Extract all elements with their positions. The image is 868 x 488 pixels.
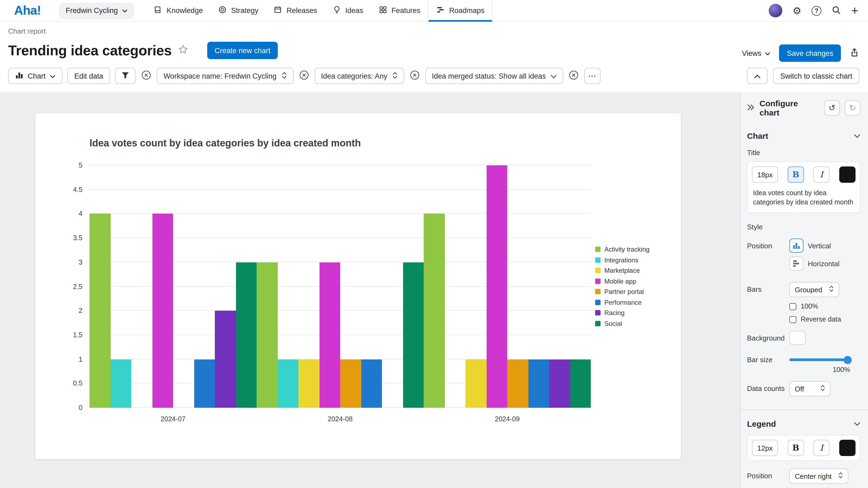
bars-mode-select[interactable]: Grouped bbox=[789, 282, 839, 297]
remove-filter-button[interactable] bbox=[141, 70, 152, 82]
favorite-star-icon[interactable] bbox=[178, 44, 188, 57]
legend-item[interactable]: Integrations bbox=[595, 256, 650, 264]
bar-integrations[interactable] bbox=[111, 359, 131, 408]
title-font-size[interactable]: 18px bbox=[752, 166, 778, 183]
nav-item-features[interactable]: Features bbox=[371, 0, 428, 21]
bar-performance[interactable] bbox=[194, 359, 215, 408]
bar-slot bbox=[236, 165, 257, 408]
chart-type-label: Chart bbox=[28, 72, 45, 80]
legend-bold-button[interactable]: B bbox=[788, 440, 804, 456]
data-counts-select[interactable]: Off bbox=[789, 381, 831, 396]
nav-item-strategy[interactable]: Strategy bbox=[211, 0, 266, 21]
legend-font-size[interactable]: 12px bbox=[752, 440, 778, 456]
undo-button[interactable]: ↺ bbox=[824, 100, 840, 116]
legend-position-select[interactable]: Center right bbox=[789, 468, 848, 484]
chart-type-button[interactable]: Chart bbox=[8, 68, 62, 84]
background-color-swatch[interactable] bbox=[789, 331, 806, 345]
chart-section-header[interactable]: Chart bbox=[747, 131, 860, 140]
remove-filter-button[interactable] bbox=[409, 70, 421, 82]
views-label: Views bbox=[742, 49, 762, 57]
bar-activity-tracking[interactable] bbox=[90, 214, 111, 408]
filter-chip-categories[interactable]: Idea categories: Any bbox=[314, 68, 404, 84]
orientation-horizontal-option[interactable]: Horizontal bbox=[789, 257, 860, 270]
nav-item-ideas[interactable]: Ideas bbox=[325, 0, 371, 21]
filter-chip-workspace[interactable]: Workspace name: Fredwin Cycling bbox=[157, 68, 293, 84]
legend-label: Marketplace bbox=[604, 267, 640, 274]
bar-slot bbox=[465, 165, 486, 408]
remove-filter-button[interactable] bbox=[568, 70, 579, 82]
nav-item-roadmaps[interactable]: Roadmaps bbox=[428, 0, 493, 21]
bar-social[interactable] bbox=[570, 359, 591, 408]
bar-mobile-app[interactable] bbox=[319, 262, 340, 408]
legend-item[interactable]: Racing bbox=[595, 309, 650, 317]
help-button[interactable]: ? bbox=[812, 6, 822, 15]
aha-logo[interactable]: Aha! bbox=[14, 3, 41, 18]
more-filters-button[interactable]: ⋯ bbox=[584, 68, 600, 84]
bar-size-slider[interactable] bbox=[789, 358, 850, 361]
title-color-swatch[interactable] bbox=[839, 166, 856, 183]
share-button[interactable] bbox=[849, 47, 859, 59]
legend-item[interactable]: Activity tracking bbox=[595, 246, 650, 253]
legend-item[interactable]: Marketplace bbox=[595, 267, 650, 274]
settings-button[interactable]: ⚙ bbox=[793, 6, 801, 15]
legend-item[interactable]: Social bbox=[595, 320, 650, 327]
create-new-chart-button[interactable]: Create new chart bbox=[207, 42, 278, 59]
filter-button[interactable] bbox=[115, 68, 136, 84]
title-italic-button[interactable]: I bbox=[813, 166, 830, 183]
x-axis: 2024-072024-082024-09 bbox=[90, 408, 591, 426]
bar-mobile-app[interactable] bbox=[152, 214, 173, 408]
views-button[interactable]: Views bbox=[742, 49, 771, 57]
legend-swatch bbox=[595, 321, 600, 326]
bar-social[interactable] bbox=[236, 262, 257, 408]
legend-color-swatch[interactable] bbox=[839, 440, 856, 456]
legend-item[interactable]: Performance bbox=[595, 298, 650, 306]
legend-italic-button[interactable]: I bbox=[813, 440, 830, 456]
save-changes-button[interactable]: Save changes bbox=[779, 44, 841, 62]
legend-section-header[interactable]: Legend bbox=[747, 419, 860, 428]
chart-card: Idea votes count by idea categories by i… bbox=[35, 113, 681, 459]
hundred-percent-label: 100% bbox=[801, 302, 818, 310]
bar-slot bbox=[173, 165, 194, 408]
bar-activity-tracking[interactable] bbox=[257, 262, 278, 408]
bar-partner-portal[interactable] bbox=[340, 359, 361, 408]
redo-button[interactable]: ↻ bbox=[845, 100, 860, 116]
collapse-toolbar-button[interactable] bbox=[747, 68, 768, 84]
user-avatar[interactable] bbox=[769, 4, 782, 18]
bar-partner-portal[interactable] bbox=[507, 359, 528, 408]
circle-x-icon bbox=[410, 70, 420, 82]
title-bold-button[interactable]: B bbox=[788, 166, 804, 183]
add-button[interactable]: + bbox=[851, 5, 858, 17]
nav-item-knowledge[interactable]: Knowledge bbox=[146, 0, 211, 21]
nav-item-releases[interactable]: Releases bbox=[266, 0, 325, 21]
reverse-data-checkbox-row[interactable]: Reverse data bbox=[789, 316, 860, 323]
legend-item[interactable]: Partner portal bbox=[595, 288, 650, 295]
search-button[interactable] bbox=[832, 5, 841, 16]
filter-chip-merged-status[interactable]: Idea merged status: Show all ideas bbox=[425, 68, 563, 84]
nav-item-label: Features bbox=[392, 6, 421, 14]
legend-format-card: 12px B I bbox=[747, 435, 860, 461]
workspace-switcher[interactable]: Fredwin Cycling bbox=[59, 2, 134, 19]
hundred-percent-checkbox-row[interactable]: 100% bbox=[789, 302, 860, 310]
bar-social[interactable] bbox=[403, 262, 424, 408]
bar-performance[interactable] bbox=[361, 359, 382, 408]
gantt-icon bbox=[436, 5, 445, 16]
bar-marketplace[interactable] bbox=[465, 359, 486, 408]
slider-knob[interactable] bbox=[844, 356, 852, 364]
bar-racing[interactable] bbox=[215, 311, 236, 408]
orientation-vertical-option[interactable]: Vertical bbox=[789, 238, 860, 253]
bar-racing[interactable] bbox=[549, 359, 570, 408]
remove-filter-button[interactable] bbox=[298, 70, 310, 82]
bar-marketplace[interactable] bbox=[299, 359, 319, 408]
title-text-input[interactable]: Idea votes count by idea categories by i… bbox=[752, 188, 856, 208]
bar-performance[interactable] bbox=[528, 359, 549, 408]
title-format-card: 18px B I Idea votes count by idea catego… bbox=[747, 162, 860, 213]
collapse-panel-button[interactable] bbox=[747, 104, 755, 112]
edit-data-button[interactable]: Edit data bbox=[67, 68, 111, 84]
bar-mobile-app[interactable] bbox=[486, 165, 507, 408]
bar-activity-tracking[interactable] bbox=[424, 214, 444, 408]
legend-item[interactable]: Mobile app bbox=[595, 278, 650, 285]
bar-integrations[interactable] bbox=[278, 359, 299, 408]
nav-item-label: Ideas bbox=[345, 6, 363, 14]
switch-to-classic-chart-button[interactable]: Switch to classic chart bbox=[773, 68, 859, 84]
configure-chart-panel: Configure chart ↺ ↻ Chart Title 18px B I… bbox=[740, 92, 868, 488]
